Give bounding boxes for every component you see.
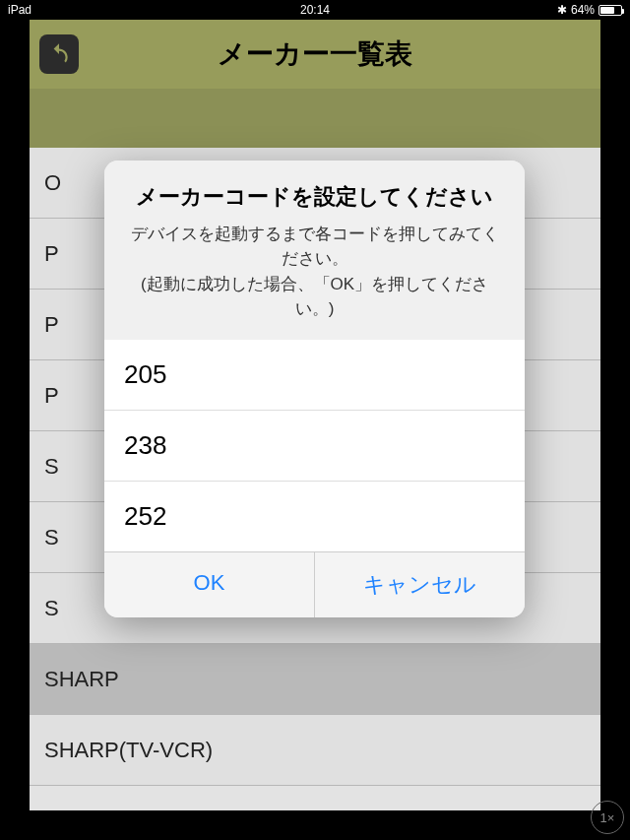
dialog-title: メーカーコードを設定してください [124,182,505,212]
code-dialog: メーカーコードを設定してください デバイスを起動するまで各コードを押してみてくだ… [104,161,525,617]
code-option[interactable]: 205 [104,340,525,410]
dialog-message-line1: デバイスを起動するまで各コードを押してみてください。 [131,225,499,269]
zoom-indicator[interactable]: 1× [591,801,624,834]
dialog-header: メーカーコードを設定してください デバイスを起動するまで各コードを押してみてくだ… [104,161,525,340]
ok-button[interactable]: OK [104,552,314,617]
dialog-message-line2: (起動に成功した場合、「OK」を押してください。) [141,275,488,319]
cancel-button[interactable]: キャンセル [314,552,525,617]
dialog-options: 205238252 [104,340,525,551]
code-option[interactable]: 238 [104,410,525,481]
dialog-message: デバイスを起動するまで各コードを押してみてください。 (起動に成功した場合、「O… [124,222,505,322]
code-option[interactable]: 252 [104,481,525,551]
dialog-buttons: OK キャンセル [104,551,525,617]
